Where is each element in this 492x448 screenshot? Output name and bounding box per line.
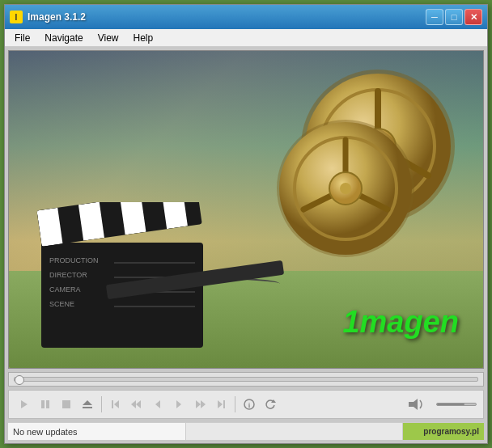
svg-rect-33 — [46, 400, 49, 408]
eject-button[interactable] — [78, 395, 96, 413]
seek-bar[interactable] — [14, 377, 478, 382]
svg-text:CAMERA: CAMERA — [49, 285, 81, 294]
main-window: I Imagen 3.1.2 ─ □ ✕ File Navigate View — [4, 4, 488, 444]
svg-rect-46 — [223, 400, 225, 408]
volume-slider[interactable] — [436, 403, 477, 406]
svg-marker-43 — [196, 400, 201, 408]
svg-marker-44 — [201, 400, 206, 408]
svg-marker-37 — [114, 400, 119, 408]
status-branding: programosy.pl — [403, 423, 484, 440]
seek-bar-container — [8, 372, 484, 387]
volume-icon — [405, 395, 430, 413]
close-button[interactable]: ✕ — [464, 9, 482, 25]
main-content: PRODUCTION DIRECTOR CAMERA SCENE — [5, 47, 487, 443]
splash-image: PRODUCTION DIRECTOR CAMERA SCENE — [9, 51, 483, 368]
maximize-button[interactable]: □ — [445, 9, 463, 25]
next-chapter-button[interactable] — [212, 395, 230, 413]
status-text-left: No new updates — [8, 423, 186, 440]
menu-bar: File Navigate View Help — [5, 29, 487, 47]
window-title: Imagen 3.1.2 — [28, 11, 86, 23]
video-viewport: PRODUCTION DIRECTOR CAMERA SCENE — [8, 50, 484, 369]
status-bar: No new updates programosy.pl — [8, 422, 484, 440]
step-forward-button[interactable] — [170, 395, 188, 413]
app-icon: I — [10, 11, 23, 23]
separator-2 — [235, 396, 235, 412]
svg-marker-42 — [176, 400, 181, 408]
pause-button[interactable] — [36, 395, 54, 413]
play-button[interactable] — [15, 395, 33, 413]
menu-help[interactable]: Help — [127, 31, 160, 45]
minimize-button[interactable]: ─ — [426, 9, 443, 25]
branding-text: programosy.pl — [423, 427, 479, 436]
fast-forward-button[interactable] — [191, 395, 209, 413]
svg-marker-31 — [21, 400, 28, 408]
seek-thumb[interactable] — [15, 375, 24, 385]
svg-text:i: i — [248, 401, 251, 409]
svg-rect-32 — [41, 400, 45, 408]
info-button[interactable]: i — [240, 395, 258, 413]
step-back-button[interactable] — [149, 395, 167, 413]
menu-file[interactable]: File — [8, 31, 36, 45]
svg-rect-34 — [62, 400, 70, 408]
separator-1 — [101, 396, 102, 412]
menu-view[interactable]: View — [91, 31, 125, 45]
svg-marker-41 — [155, 400, 160, 408]
svg-marker-50 — [409, 399, 418, 410]
rewind-button[interactable] — [128, 395, 146, 413]
svg-text:PRODUCTION: PRODUCTION — [49, 256, 99, 264]
svg-point-15 — [340, 183, 351, 194]
stop-button[interactable] — [57, 395, 75, 413]
transport-bar: i — [8, 390, 484, 419]
refresh-button[interactable] — [261, 395, 279, 413]
svg-rect-38 — [112, 400, 113, 408]
svg-marker-35 — [83, 400, 92, 405]
prev-chapter-button[interactable] — [107, 395, 125, 413]
title-bar: I Imagen 3.1.2 ─ □ ✕ — [5, 5, 487, 29]
svg-text:DIRECTOR: DIRECTOR — [49, 271, 87, 279]
svg-text:SCENE: SCENE — [49, 300, 74, 308]
app-name-splash: 1magen — [342, 305, 459, 340]
title-buttons: ─ □ ✕ — [426, 9, 482, 25]
menu-navigate[interactable]: Navigate — [38, 31, 89, 45]
title-bar-left: I Imagen 3.1.2 — [10, 11, 86, 23]
status-text-middle — [186, 423, 403, 440]
status-message: No new updates — [13, 427, 78, 437]
svg-marker-45 — [218, 400, 223, 408]
svg-rect-36 — [83, 407, 92, 408]
svg-marker-40 — [131, 400, 136, 408]
reel-front-svg — [273, 116, 418, 261]
svg-marker-39 — [136, 400, 141, 408]
